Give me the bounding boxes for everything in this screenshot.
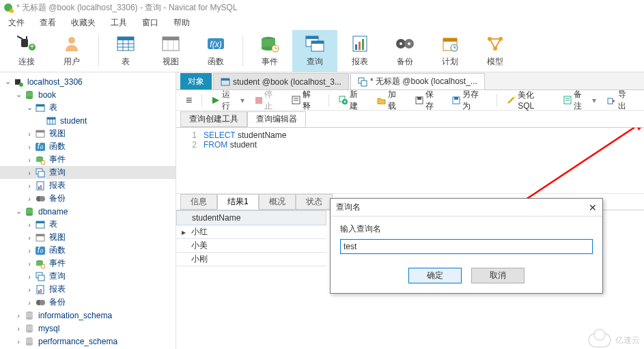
svg-rect-0 — [21, 39, 28, 47]
tab-objects[interactable]: 对象 — [180, 73, 212, 89]
ribbon-event[interactable]: 事件 — [247, 30, 292, 72]
ribbon-fx[interactable]: f(x)函数 — [193, 30, 238, 72]
expand-icon[interactable]: ⌄ — [14, 90, 23, 99]
expand-icon[interactable]: › — [25, 234, 34, 242]
tree-node-mysql[interactable]: ›mysql — [0, 322, 176, 335]
ribbon-model[interactable]: 模型 — [473, 30, 518, 72]
tree-node-备份[interactable]: ›备份 — [0, 296, 176, 309]
close-icon[interactable]: ✕ — [589, 202, 597, 213]
tree-node-performance_schema[interactable]: ›performance_schema — [0, 335, 176, 348]
expand-icon[interactable]: › — [25, 221, 34, 229]
hamburger-button[interactable]: ≡ — [182, 93, 196, 108]
tab-status[interactable]: 状态 — [296, 194, 333, 210]
menu-favorites[interactable]: 收藏夹 — [71, 17, 96, 29]
expand-icon[interactable]: › — [14, 324, 23, 333]
expand-icon[interactable]: ⌄ — [3, 77, 12, 86]
load-button[interactable]: 加载 — [373, 87, 408, 113]
table-row[interactable]: ▸小红 — [176, 225, 326, 239]
menu-view[interactable]: 查看 — [40, 17, 56, 29]
stop-button[interactable]: 停止 — [251, 87, 285, 113]
tree-node-表[interactable]: ⌄表 — [0, 101, 176, 114]
ribbon-query[interactable]: 查询 — [292, 30, 337, 72]
export-button[interactable]: 导出 — [603, 87, 639, 113]
expand-icon[interactable]: › — [25, 143, 34, 151]
beautify-button[interactable]: 美化 SQL — [503, 88, 557, 112]
tree-node-表[interactable]: ›表 — [0, 218, 176, 231]
tree-node-student[interactable]: student — [0, 114, 176, 127]
expand-icon[interactable]: › — [14, 311, 23, 320]
note-button[interactable]: 备注▾ — [559, 87, 600, 113]
column-header[interactable]: studentName — [176, 210, 326, 225]
object-tree[interactable]: ⌄localhost_3306⌄book⌄表student›视图›f₀函数›事件… — [0, 72, 176, 349]
tab-query-builder[interactable]: 查询创建工具 — [180, 111, 247, 127]
menu-help[interactable]: 帮助 — [173, 17, 190, 29]
svg-rect-37 — [443, 38, 457, 42]
tree-node-事件[interactable]: ›事件 — [0, 153, 176, 166]
menu-file[interactable]: 文件 — [8, 17, 25, 29]
ribbon-report[interactable]: 报表 — [337, 30, 382, 72]
cancel-button[interactable]: 取消 — [471, 268, 524, 283]
saveas-button[interactable]: 另存为 — [448, 87, 491, 113]
tree-node-事件[interactable]: ›事件 — [0, 257, 176, 270]
ribbon-label: 模型 — [487, 56, 503, 68]
menu-window[interactable]: 窗口 — [142, 17, 158, 29]
menu-tools[interactable]: 工具 — [111, 17, 127, 29]
tree-node-报表[interactable]: ›报表 — [0, 283, 176, 296]
tree-node-book[interactable]: ⌄book — [0, 88, 176, 101]
ribbon-backup[interactable]: 备份 — [382, 30, 428, 72]
save-button[interactable]: 保存 — [411, 87, 446, 113]
expand-icon[interactable]: › — [25, 298, 34, 307]
svg-point-33 — [400, 42, 402, 45]
tree-node-报表[interactable]: ›报表 — [0, 179, 176, 192]
table-row[interactable]: 小刚 — [176, 253, 326, 266]
tree-node-视图[interactable]: ›视图 — [0, 127, 176, 140]
svg-point-71 — [40, 196, 45, 201]
ribbon-user[interactable]: 用户 — [49, 30, 94, 72]
ribbon-view[interactable]: 视图 — [148, 30, 193, 72]
tree-node-视图[interactable]: ›视图 — [0, 231, 176, 244]
ribbon-schedule[interactable]: 计划 — [428, 30, 473, 72]
backup-icon — [395, 34, 415, 53]
tree-node-查询[interactable]: ›查询 — [0, 270, 176, 283]
tree-label: 视图 — [46, 232, 66, 243]
run-button[interactable]: 运行▾ — [208, 87, 249, 113]
new-button[interactable]: 新建 — [335, 87, 370, 113]
expand-icon[interactable]: › — [25, 260, 34, 268]
query-name-input[interactable] — [340, 239, 593, 254]
expand-icon[interactable]: › — [25, 247, 34, 255]
tree-node-函数[interactable]: ›f₀函数 — [0, 244, 176, 257]
tree-node-dbname[interactable]: ⌄dbname — [0, 205, 176, 218]
ok-button[interactable]: 确定 — [408, 268, 462, 283]
line-number: 1 — [176, 130, 204, 140]
tree-node-localhost_3306[interactable]: ⌄localhost_3306 — [0, 75, 176, 88]
table-row[interactable]: 小美 — [176, 239, 326, 253]
expand-icon[interactable]: › — [25, 156, 34, 164]
expand-icon[interactable]: ⌄ — [14, 207, 23, 216]
query-icon — [34, 272, 46, 281]
svg-rect-68 — [38, 186, 40, 189]
expand-icon[interactable]: › — [25, 182, 34, 190]
expand-icon[interactable]: › — [14, 337, 23, 346]
ribbon-label: 表 — [122, 56, 130, 68]
expand-icon[interactable]: › — [25, 169, 34, 177]
tree-node-information_schema[interactable]: ›information_schema — [0, 309, 176, 322]
ribbon-plug[interactable]: +连接 — [4, 30, 49, 72]
tree-node-查询[interactable]: ›查询 — [0, 166, 176, 179]
ribbon-table[interactable]: 表 — [103, 30, 148, 72]
expand-icon[interactable]: ⌄ — [25, 103, 34, 112]
expand-icon[interactable]: › — [25, 285, 34, 294]
tab-result1[interactable]: 结果1 — [217, 194, 259, 210]
tab-profile[interactable]: 概况 — [259, 194, 296, 210]
tab-query-editor[interactable]: 查询编辑器 — [247, 111, 306, 127]
tree-node-备份[interactable]: ›备份 — [0, 192, 176, 205]
svg-rect-25 — [306, 36, 318, 39]
svg-rect-85 — [38, 275, 44, 281]
result-grid[interactable]: studentName ▸小红 小美 小刚 — [176, 210, 326, 266]
tree-node-函数[interactable]: ›f₀函数 — [0, 140, 176, 153]
event-icon — [34, 259, 46, 268]
explain-button[interactable]: 解释 — [288, 87, 323, 113]
expand-icon[interactable]: › — [25, 130, 34, 138]
expand-icon[interactable]: › — [25, 273, 34, 281]
expand-icon[interactable]: › — [25, 195, 34, 203]
tab-info[interactable]: 信息 — [180, 194, 217, 210]
